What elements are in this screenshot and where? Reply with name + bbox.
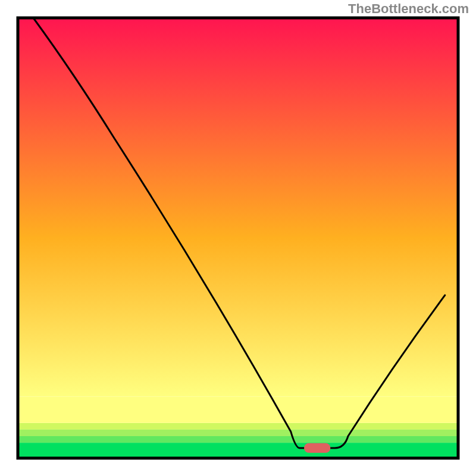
svg-rect-5: [18, 396, 458, 422]
chart-container: TheBottleneck.com: [0, 0, 476, 476]
svg-rect-4: [18, 423, 458, 430]
svg-rect-7: [304, 443, 330, 453]
svg-rect-1: [18, 443, 458, 458]
watermark-text: TheBottleneck.com: [348, 1, 469, 17]
bottleneck-chart: [0, 0, 476, 476]
svg-rect-3: [18, 430, 458, 436]
svg-rect-2: [18, 436, 458, 443]
